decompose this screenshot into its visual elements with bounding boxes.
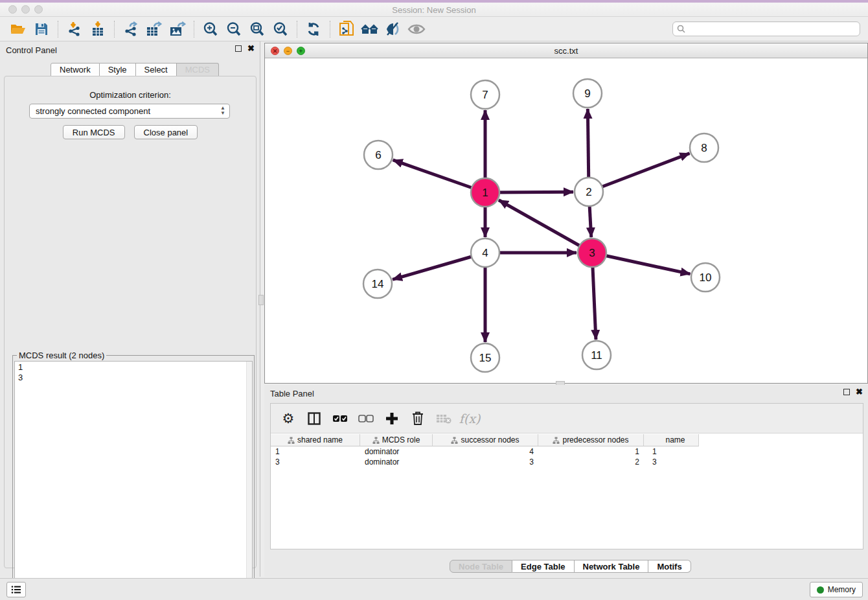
table-panel: Table Panel ✖ ⚙ [264,385,868,577]
control-panel: Control Panel ✖ Network Style Select MCD… [0,41,260,577]
graph-node-label: 7 [482,89,488,101]
list-icon [11,585,21,594]
graph-edge-3-10[interactable] [592,253,691,274]
toolbar-separator [58,21,58,38]
zoom-in-icon[interactable] [199,19,222,40]
open-session-icon[interactable] [6,19,30,40]
status-bar: Memory [0,578,868,600]
tab-node-table[interactable]: Node Table [450,560,512,573]
window-title: Session: New Session [0,5,868,15]
table-mode-icon[interactable]: ⚙ [279,409,298,428]
sort-icon [553,437,560,444]
column-header-successor-nodes[interactable]: successor nodes [433,434,538,446]
graph-node-label: 3 [589,247,595,259]
graph-node-label: 10 [700,271,712,284]
table-cell: 1 [271,446,360,457]
float-panel-icon[interactable] [235,45,242,52]
network-view-window: ✕ − + scc.txt 7968124314101511 [264,43,868,384]
tab-mcds[interactable]: MCDS [177,63,219,76]
add-column-icon[interactable] [382,409,402,428]
graph-node-label: 2 [586,186,591,198]
table-header-row: shared name MCDS role successor nodes pr… [271,434,699,446]
graph-edge-3-1[interactable] [499,200,592,253]
graph-node-label: 15 [479,352,492,364]
network-window-titlebar[interactable]: ✕ − + scc.txt [265,43,867,58]
close-panel-button[interactable]: Close panel [134,125,198,139]
mcds-result-list[interactable]: 13 [14,361,253,600]
control-panel-header: Control Panel ✖ [0,41,260,58]
export-image-icon[interactable] [166,19,189,40]
delete-table-icon [434,409,453,428]
control-panel-title: Control Panel [6,45,57,55]
show-columns-icon[interactable] [304,409,324,428]
zoom-selected-icon[interactable] [269,19,292,40]
vertical-splitter-handle[interactable] [258,295,264,305]
control-panel-tabs: Network Style Select MCDS [51,63,219,76]
graph-edge-2-8[interactable] [589,154,690,192]
table-row[interactable]: 1dominator411 [271,446,863,457]
table-cell: dominator [360,446,433,457]
hide-details-icon[interactable] [382,19,405,40]
show-all-icon[interactable] [358,19,382,40]
export-table-icon[interactable] [143,19,166,40]
tab-network[interactable]: Network [51,63,100,76]
task-history-button[interactable] [6,582,26,597]
export-network-icon[interactable] [119,19,143,40]
graph-node-label: 11 [591,349,602,362]
table-cell: 3 [644,457,699,467]
table-cell: 4 [433,446,538,457]
run-mcds-button[interactable]: Run MCDS [63,125,125,139]
column-header-name[interactable]: name [644,434,699,446]
window-titlebar: Session: New Session [0,3,868,17]
search-input[interactable] [688,25,860,34]
zoom-out-icon[interactable] [222,19,246,40]
import-network-icon[interactable] [63,19,86,40]
optimization-criterion-select[interactable]: strongly connected component ▲▼ [29,104,230,119]
delete-icon[interactable] [408,409,428,428]
deselect-all-icon[interactable] [356,409,376,428]
sort-icon [288,437,295,444]
column-header-mcds-role[interactable]: MCDS role [360,434,433,446]
toolbar-separator [114,21,115,38]
column-label: predecessor nodes [562,435,628,444]
tab-style[interactable]: Style [100,63,136,76]
mcds-result-title: MCDS result (2 nodes) [17,351,106,360]
result-item[interactable]: 3 [15,372,252,382]
birdseye-icon[interactable] [405,19,428,40]
chevron-updown-icon: ▲▼ [220,106,225,116]
graph-node-label: 14 [372,278,384,290]
toolbar-separator [194,21,194,38]
graph-node-label: 4 [482,247,488,259]
table-container: ⚙ f(x) [270,403,863,549]
refresh-icon[interactable] [302,19,325,40]
save-session-icon[interactable] [30,19,53,40]
table-body: 1dominator4113dominator323 [271,446,863,549]
close-panel-icon[interactable]: ✖ [247,45,255,52]
table-tabs: Node Table Edge Table Network Table Moti… [450,560,691,573]
memory-status-icon [817,586,824,594]
tab-select[interactable]: Select [136,63,177,76]
new-network-icon[interactable] [335,19,358,40]
zoom-fit-icon[interactable] [246,19,269,40]
search-field[interactable] [672,21,860,36]
close-panel-icon[interactable]: ✖ [856,388,863,396]
mcds-panel: Optimization criterion: strongly connect… [4,76,257,568]
float-panel-icon[interactable] [843,389,850,395]
result-item[interactable]: 1 [15,362,252,372]
tab-network-table[interactable]: Network Table [575,560,649,573]
sort-icon [372,437,380,444]
select-all-icon[interactable] [330,409,350,428]
memory-label: Memory [828,585,856,594]
column-label: name [665,435,685,444]
table-row[interactable]: 3dominator323 [271,457,863,467]
main-toolbar [0,17,868,41]
memory-button[interactable]: Memory [810,582,863,597]
tab-motifs[interactable]: Motifs [648,560,691,573]
scrollbar[interactable] [246,362,252,600]
column-header-shared-name[interactable]: shared name [271,434,360,446]
network-canvas[interactable]: 7968124314101511 [265,58,867,383]
column-header-predecessor-nodes[interactable]: predecessor nodes [538,434,644,446]
import-table-icon[interactable] [86,19,109,40]
tab-edge-table[interactable]: Edge Table [512,560,574,573]
column-label: successor nodes [461,435,519,444]
